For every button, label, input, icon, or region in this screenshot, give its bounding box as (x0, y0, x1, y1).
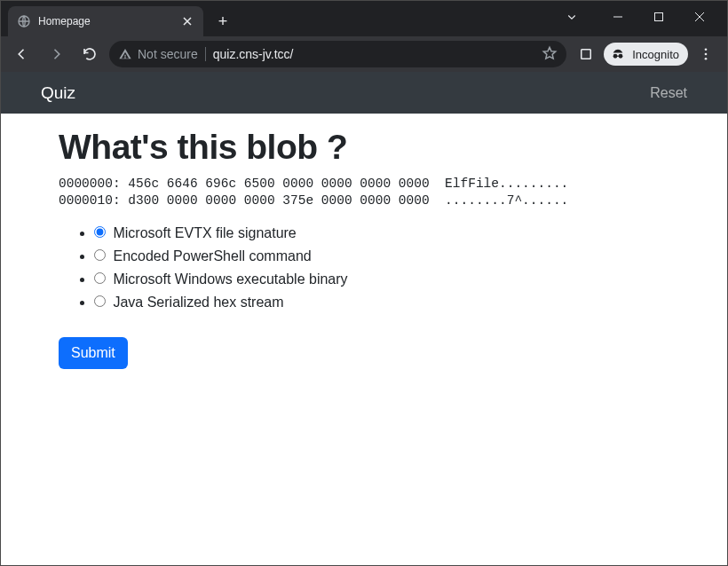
svg-rect-2 (582, 50, 591, 59)
browser-tab[interactable]: Homepage (8, 6, 203, 36)
reload-button[interactable] (75, 40, 104, 68)
option-label[interactable]: Java Serialized hex stream (94, 295, 284, 310)
tab-search-button[interactable] (557, 4, 587, 29)
option-text: Encoded PowerShell command (113, 248, 311, 263)
minimize-button[interactable] (603, 4, 633, 29)
bookmark-button[interactable] (542, 45, 558, 64)
tab-title: Homepage (38, 15, 173, 28)
submit-button[interactable]: Submit (59, 337, 128, 369)
option-text: Microsoft Windows executable binary (113, 271, 347, 287)
svg-point-6 (705, 53, 708, 56)
extensions-button[interactable] (572, 40, 600, 68)
option-item: Microsoft Windows executable binary (94, 271, 669, 287)
incognito-indicator[interactable]: Incognito (604, 43, 688, 66)
url-text: quiz.cns-jv.tcc/ (213, 47, 535, 61)
svg-point-4 (619, 54, 623, 59)
address-bar[interactable]: Not secure quiz.cns-jv.tcc/ (109, 41, 566, 67)
new-tab-button[interactable]: + (210, 9, 235, 34)
window-controls (557, 1, 724, 33)
option-label[interactable]: Microsoft EVTX file signature (94, 225, 297, 240)
browser-toolbar: Not secure quiz.cns-jv.tcc/ Incognito (1, 36, 727, 72)
incognito-label: Incognito (632, 48, 679, 61)
option-item: Microsoft EVTX file signature (94, 225, 669, 241)
option-label[interactable]: Encoded PowerShell command (94, 248, 312, 263)
forward-button[interactable] (42, 40, 70, 68)
hex-dump: 0000000: 456c 6646 696c 6500 0000 0000 0… (59, 176, 669, 209)
svg-point-3 (613, 54, 618, 59)
option-radio[interactable] (94, 272, 106, 284)
security-indicator[interactable]: Not secure (118, 47, 198, 61)
option-radio[interactable] (94, 295, 106, 307)
incognito-icon (609, 45, 627, 63)
svg-point-7 (705, 58, 708, 60)
browser-titlebar: Homepage + (1, 1, 727, 36)
close-window-button[interactable] (684, 4, 715, 29)
option-text: Microsoft EVTX file signature (113, 225, 296, 240)
warning-icon (118, 47, 132, 61)
svg-point-5 (705, 48, 708, 51)
option-label[interactable]: Microsoft Windows executable binary (94, 271, 348, 287)
page-content: What's this blob ? 0000000: 456c 6646 69… (1, 114, 727, 380)
question-heading: What's this blob ? (59, 128, 669, 167)
option-item: Encoded PowerShell command (94, 248, 669, 264)
reset-link[interactable]: Reset (650, 85, 687, 101)
option-radio[interactable] (94, 249, 106, 261)
menu-button[interactable] (692, 40, 720, 68)
option-item: Java Serialized hex stream (94, 295, 669, 311)
svg-rect-1 (655, 13, 663, 21)
options-list: Microsoft EVTX file signature Encoded Po… (59, 225, 669, 311)
maximize-button[interactable] (644, 4, 674, 29)
not-secure-label: Not secure (138, 47, 198, 61)
separator (205, 47, 206, 61)
option-text: Java Serialized hex stream (113, 295, 283, 310)
globe-icon (17, 14, 31, 28)
option-radio[interactable] (94, 226, 106, 238)
close-tab-button[interactable] (180, 14, 194, 28)
page-navbar: Quiz Reset (1, 72, 727, 114)
brand-title[interactable]: Quiz (41, 83, 75, 103)
back-button[interactable] (8, 40, 36, 68)
